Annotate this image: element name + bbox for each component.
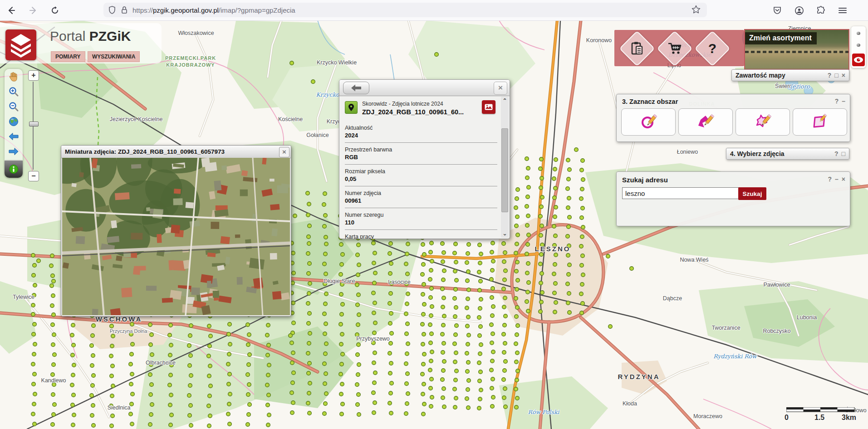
photo-point[interactable] (129, 362, 133, 366)
draw-circle-tool[interactable] (621, 108, 676, 136)
photo-point[interactable] (227, 402, 231, 406)
photo-point[interactable] (404, 362, 408, 366)
photo-point[interactable] (539, 214, 543, 219)
draw-arrow-shape-tool[interactable] (678, 108, 733, 136)
photo-point[interactable] (308, 224, 312, 228)
minimize-icon[interactable]: – (835, 176, 839, 182)
minimize-icon[interactable]: – (842, 98, 845, 104)
photo-point[interactable] (525, 252, 529, 256)
photo-point[interactable] (566, 206, 570, 210)
photo-point[interactable] (207, 404, 211, 408)
photo-point[interactable] (491, 287, 495, 291)
photo-point[interactable] (553, 244, 557, 248)
photo-point[interactable] (430, 241, 434, 245)
photo-point[interactable] (189, 404, 193, 408)
photo-point[interactable] (373, 351, 377, 355)
photo-point[interactable] (130, 422, 134, 426)
photo-point[interactable] (31, 303, 35, 307)
photo-point[interactable] (422, 302, 427, 307)
photo-point[interactable] (389, 411, 393, 415)
photo-point[interactable] (90, 344, 94, 348)
photo-point[interactable] (228, 372, 232, 376)
photo-point[interactable] (502, 242, 506, 246)
photo-point[interactable] (525, 224, 530, 228)
address-search-input[interactable] (622, 187, 741, 199)
photo-point[interactable] (373, 401, 377, 405)
photo-point[interactable] (503, 369, 507, 373)
photo-point[interactable] (150, 403, 154, 407)
photo-point[interactable] (111, 384, 115, 388)
photo-point[interactable] (149, 393, 153, 397)
help-icon[interactable]: ? (828, 72, 832, 78)
photo-point[interactable] (340, 283, 344, 287)
photo-point[interactable] (422, 352, 427, 356)
photo-point[interactable] (502, 332, 506, 336)
photo-point[interactable] (430, 259, 434, 263)
thumbnail-close-button[interactable]: × (279, 147, 289, 157)
photo-point[interactable] (421, 322, 425, 327)
photo-point[interactable] (323, 224, 327, 229)
photo-point[interactable] (323, 262, 327, 266)
photo-point[interactable] (478, 352, 482, 356)
photo-point[interactable] (207, 324, 211, 328)
photo-point[interactable] (466, 361, 471, 365)
photo-point[interactable] (209, 384, 213, 388)
photo-point[interactable] (226, 412, 230, 416)
next-view-arrow-icon[interactable] (5, 144, 22, 159)
photo-point[interactable] (357, 293, 361, 297)
photo-point[interactable] (466, 388, 470, 392)
photo-point[interactable] (341, 352, 345, 356)
photo-point[interactable] (248, 403, 252, 407)
photo-point[interactable] (479, 325, 483, 329)
photo-point[interactable] (478, 288, 482, 292)
photo-point[interactable] (454, 306, 458, 310)
photo-point[interactable] (130, 402, 134, 406)
photo-point[interactable] (209, 334, 213, 338)
photo-point[interactable] (630, 267, 634, 271)
photo-point[interactable] (453, 387, 457, 391)
photo-point[interactable] (405, 382, 409, 386)
photo-point[interactable] (539, 310, 543, 314)
photo-point[interactable] (307, 235, 311, 239)
photo-point[interactable] (478, 243, 482, 247)
photo-point[interactable] (454, 333, 458, 337)
photo-point[interactable] (324, 272, 328, 276)
photo-point[interactable] (442, 269, 446, 273)
photo-point[interactable] (372, 341, 376, 345)
photo-point[interactable] (265, 333, 270, 337)
photo-point[interactable] (170, 363, 174, 367)
photo-point[interactable] (266, 403, 270, 407)
photo-point[interactable] (32, 293, 36, 297)
photo-point[interactable] (308, 411, 312, 415)
photo-point[interactable] (291, 351, 295, 355)
photo-point[interactable] (70, 333, 74, 337)
photo-point[interactable] (32, 332, 36, 336)
photo-point[interactable] (150, 333, 154, 337)
photo-point[interactable] (226, 362, 230, 366)
photo-point[interactable] (111, 334, 115, 338)
photo-point[interactable] (466, 252, 470, 256)
photo-point[interactable] (70, 383, 74, 387)
photo-point[interactable] (308, 361, 312, 366)
shield-permissions-icon[interactable] (108, 6, 116, 14)
photo-point[interactable] (324, 322, 328, 326)
photo-point[interactable] (148, 373, 152, 377)
photo-point[interactable] (405, 352, 409, 356)
photo-point[interactable] (421, 392, 425, 396)
photo-point[interactable] (429, 268, 433, 273)
photo-point[interactable] (405, 402, 409, 406)
photo-point[interactable] (430, 305, 434, 309)
photo-point[interactable] (477, 361, 481, 365)
photo-point[interactable] (422, 382, 426, 386)
photo-point[interactable] (406, 242, 410, 246)
photo-point[interactable] (553, 263, 557, 267)
photo-point[interactable] (307, 391, 311, 395)
photo-point[interactable] (91, 334, 95, 338)
photo-point[interactable] (526, 195, 530, 199)
photo-point[interactable] (356, 323, 360, 327)
copy-clipboard-button[interactable] (619, 30, 655, 66)
photo-point[interactable] (429, 296, 433, 300)
photo-point[interactable] (341, 253, 345, 257)
photo-point[interactable] (389, 361, 393, 366)
photo-point[interactable] (169, 423, 173, 427)
